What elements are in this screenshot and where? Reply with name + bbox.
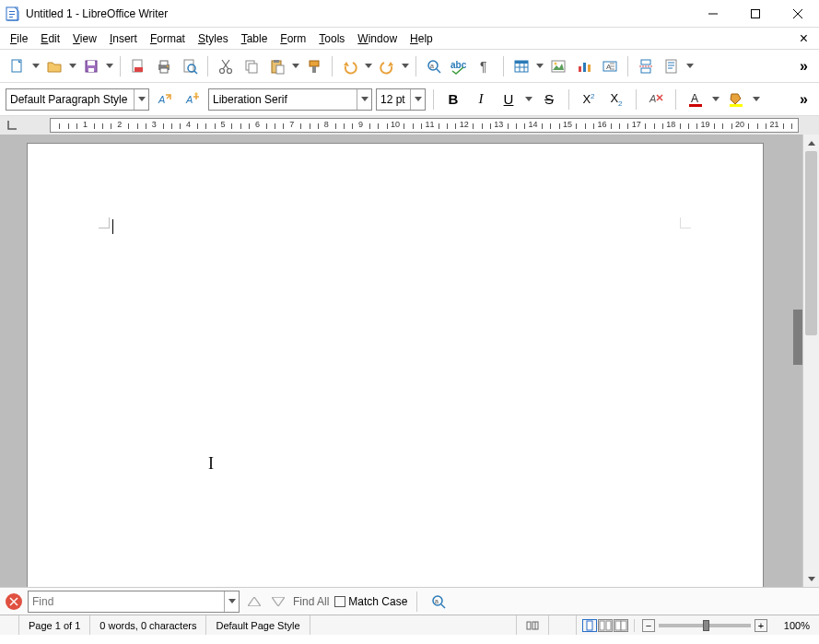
open-dropdown[interactable]: [68, 54, 77, 78]
insert-image-button[interactable]: [546, 54, 570, 78]
menu-help[interactable]: Help: [404, 30, 439, 47]
undo-dropdown[interactable]: [364, 54, 373, 78]
single-page-view-button[interactable]: [582, 619, 597, 632]
formatting-overflow-button[interactable]: »: [794, 91, 813, 108]
menu-insert[interactable]: Insert: [103, 30, 144, 47]
save-status-icon[interactable]: [0, 615, 19, 635]
formatting-marks-button[interactable]: ¶: [474, 54, 497, 78]
zoom-percent-status[interactable]: 100%: [775, 615, 819, 635]
clone-formatting-button[interactable]: [302, 54, 326, 78]
strikethrough-button[interactable]: S: [537, 88, 561, 111]
menu-tools[interactable]: Tools: [312, 30, 351, 47]
save-dropdown[interactable]: [105, 54, 114, 78]
paragraph-style-input[interactable]: [6, 89, 134, 110]
font-size-input[interactable]: [377, 89, 410, 110]
zoom-slider-knob[interactable]: [703, 620, 709, 631]
vertical-scrollbar[interactable]: [802, 135, 819, 587]
find-prev-button[interactable]: [245, 592, 263, 611]
insert-page-break-button[interactable]: [634, 54, 658, 78]
menu-form[interactable]: Form: [274, 30, 312, 47]
page-style-status[interactable]: Default Page Style: [206, 615, 310, 635]
book-view-button[interactable]: [614, 619, 628, 632]
document-area[interactable]: [0, 135, 802, 587]
menu-format[interactable]: Format: [144, 30, 192, 47]
copy-button[interactable]: [240, 54, 263, 78]
selection-mode-status[interactable]: [517, 615, 549, 635]
font-name-input[interactable]: [209, 89, 357, 110]
match-case-checkbox[interactable]: Match Case: [334, 595, 407, 608]
menu-window[interactable]: Window: [351, 30, 404, 47]
font-color-dropdown[interactable]: [711, 88, 720, 111]
save-button[interactable]: [79, 54, 103, 78]
sidebar-toggle[interactable]: [793, 310, 802, 365]
paste-dropdown[interactable]: [291, 54, 300, 78]
signature-status[interactable]: [549, 615, 577, 635]
page-number-status[interactable]: Page 1 of 1: [19, 615, 90, 635]
spell-check-button[interactable]: abc: [448, 54, 472, 78]
zoom-out-button[interactable]: −: [642, 619, 655, 632]
cut-button[interactable]: [214, 54, 238, 78]
find-combo[interactable]: [28, 591, 240, 613]
find-replace-dialog-button[interactable]: a: [427, 590, 450, 614]
find-input[interactable]: [29, 591, 224, 612]
font-size-dropdown[interactable]: [410, 89, 425, 110]
scroll-up-button[interactable]: [803, 135, 819, 151]
scroll-thumb[interactable]: [805, 151, 817, 335]
tab-stop-icon[interactable]: [6, 118, 22, 133]
paragraph-style-dropdown[interactable]: [134, 89, 148, 110]
redo-button[interactable]: [375, 54, 399, 78]
superscript-button[interactable]: X2: [577, 88, 601, 111]
redo-dropdown[interactable]: [401, 54, 410, 78]
page[interactable]: [28, 144, 763, 587]
print-button[interactable]: [152, 54, 176, 78]
insert-chart-button[interactable]: [572, 54, 596, 78]
word-count-status[interactable]: 0 words, 0 characters: [90, 615, 206, 635]
insert-special-char-button[interactable]: [660, 54, 684, 78]
menu-edit[interactable]: Edit: [34, 30, 66, 47]
print-preview-button[interactable]: [178, 54, 202, 78]
toolbar-overflow-button[interactable]: »: [794, 58, 813, 75]
bold-button[interactable]: B: [441, 88, 465, 111]
insert-table-button[interactable]: [509, 54, 533, 78]
new-doc-dropdown[interactable]: [31, 54, 41, 78]
menu-file[interactable]: File: [4, 30, 34, 47]
menu-styles[interactable]: Styles: [192, 30, 235, 47]
font-name-combo[interactable]: [208, 88, 372, 111]
new-doc-button[interactable]: [6, 54, 29, 78]
minimize-button[interactable]: [692, 0, 734, 28]
font-name-dropdown[interactable]: [357, 89, 371, 110]
new-style-button[interactable]: A: [181, 88, 205, 111]
menu-table[interactable]: Table: [235, 30, 275, 47]
subscript-button[interactable]: X2: [604, 88, 628, 111]
underline-button[interactable]: U: [497, 88, 521, 111]
find-all-button[interactable]: Find All: [293, 595, 329, 608]
insert-textbox-button[interactable]: A: [598, 54, 622, 78]
undo-button[interactable]: [338, 54, 362, 78]
find-replace-button[interactable]: a: [422, 54, 446, 78]
insert-special-dropdown[interactable]: [685, 54, 695, 78]
highlight-color-dropdown[interactable]: [752, 88, 761, 111]
zoom-slider[interactable]: [659, 624, 751, 627]
close-document-button[interactable]: ×: [800, 30, 808, 47]
menu-view[interactable]: View: [66, 30, 103, 47]
underline-dropdown[interactable]: [524, 88, 533, 111]
checkbox-box[interactable]: [334, 596, 345, 607]
font-size-combo[interactable]: [376, 88, 426, 111]
insert-mode-status[interactable]: [489, 615, 517, 635]
clear-formatting-button[interactable]: A: [644, 88, 668, 111]
font-color-button[interactable]: A: [684, 88, 708, 111]
find-dropdown[interactable]: [224, 591, 239, 612]
zoom-in-button[interactable]: +: [755, 619, 767, 632]
update-style-button[interactable]: A: [153, 88, 177, 111]
maximize-button[interactable]: [734, 0, 777, 28]
paste-button[interactable]: [265, 54, 289, 78]
multi-page-view-button[interactable]: [598, 619, 613, 632]
horizontal-ruler[interactable]: 12345678910111213141516171819202122: [50, 118, 799, 133]
export-pdf-button[interactable]: [126, 54, 150, 78]
italic-button[interactable]: I: [469, 88, 493, 111]
highlight-color-button[interactable]: [724, 88, 748, 111]
close-find-button[interactable]: [6, 593, 22, 610]
open-button[interactable]: [42, 54, 66, 78]
close-button[interactable]: [777, 0, 819, 28]
find-next-button[interactable]: [269, 592, 287, 611]
